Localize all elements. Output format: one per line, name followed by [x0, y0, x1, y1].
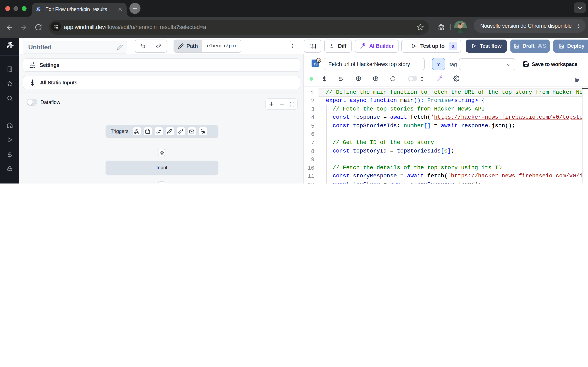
svg-text:TS: TS [313, 62, 318, 66]
